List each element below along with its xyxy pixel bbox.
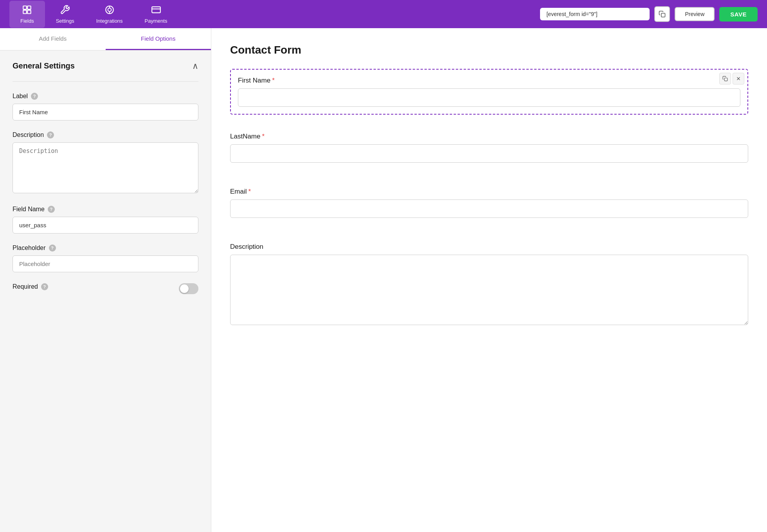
tab-add-fields[interactable]: Add Fields — [0, 28, 106, 50]
field-group-label: Label ? — [13, 93, 198, 120]
first-name-required-star: * — [272, 77, 275, 84]
nav-item-payments[interactable]: Payments — [134, 1, 178, 28]
required-toggle[interactable] — [179, 283, 198, 294]
required-help-icon[interactable]: ? — [41, 283, 48, 290]
svg-rect-0 — [23, 6, 27, 9]
settings-icon — [60, 5, 70, 16]
description-help-icon[interactable]: ? — [47, 131, 54, 138]
form-field-first-name[interactable]: First Name * — [230, 69, 748, 115]
last-name-required-star: * — [262, 133, 265, 140]
integrations-icon — [104, 5, 115, 16]
field-group-description: Description ? — [13, 131, 198, 195]
field-name-help-icon[interactable]: ? — [48, 206, 55, 213]
svg-rect-10 — [661, 13, 665, 17]
label-input[interactable] — [13, 104, 198, 120]
section-title: General Settings — [13, 61, 75, 70]
placeholder-label: Placeholder ? — [13, 244, 198, 252]
description-form-label: Description — [230, 243, 748, 251]
last-name-label: LastName * — [230, 133, 748, 140]
section-divider — [13, 81, 198, 82]
field-delete-button[interactable] — [733, 73, 744, 84]
field-actions — [719, 73, 744, 84]
svg-rect-1 — [27, 6, 31, 9]
nav-label-payments: Payments — [145, 18, 167, 24]
email-label: Email * — [230, 188, 748, 196]
nav-item-settings[interactable]: Settings — [45, 1, 85, 28]
description-textarea[interactable] — [13, 142, 198, 193]
top-nav: Fields Settings Integrations — [0, 0, 767, 28]
nav-label-settings: Settings — [56, 18, 74, 24]
field-name-input[interactable] — [13, 217, 198, 234]
nav-right: Preview SAVE — [540, 6, 758, 22]
left-sidebar: Add Fields Field Options General Setting… — [0, 28, 211, 532]
form-field-email[interactable]: Email * — [230, 181, 748, 225]
label-help-icon[interactable]: ? — [31, 93, 38, 100]
nav-label-integrations: Integrations — [96, 18, 123, 24]
first-name-input[interactable] — [238, 88, 740, 107]
svg-rect-11 — [724, 78, 727, 81]
section-header: General Settings ∧ — [13, 61, 198, 70]
nav-item-fields[interactable]: Fields — [9, 1, 45, 28]
fields-icon — [22, 5, 32, 16]
field-copy-button[interactable] — [719, 73, 731, 84]
field-group-placeholder: Placeholder ? — [13, 244, 198, 272]
copy-button[interactable] — [654, 6, 670, 22]
required-label: Required ? — [13, 283, 48, 290]
placeholder-input[interactable] — [13, 255, 198, 272]
svg-rect-3 — [27, 10, 31, 14]
main-layout: Add Fields Field Options General Setting… — [0, 28, 767, 532]
form-field-description[interactable]: Description — [230, 236, 748, 334]
nav-item-integrations[interactable]: Integrations — [85, 1, 134, 28]
first-name-label: First Name * — [238, 77, 740, 84]
placeholder-help-icon[interactable]: ? — [49, 244, 56, 252]
field-name-label: Field Name ? — [13, 206, 198, 213]
form-title: Contact Form — [230, 44, 748, 56]
email-required-star: * — [248, 188, 251, 196]
svg-point-4 — [108, 8, 111, 11]
nav-items: Fields Settings Integrations — [9, 1, 537, 28]
required-row: Required ? — [13, 283, 198, 294]
sidebar-tabs: Add Fields Field Options — [0, 28, 211, 50]
label-label: Label ? — [13, 93, 198, 100]
right-content: Contact Form First Name — [211, 28, 767, 532]
svg-rect-8 — [152, 7, 160, 13]
description-form-textarea[interactable] — [230, 255, 748, 325]
svg-rect-2 — [23, 10, 27, 14]
save-button[interactable]: SAVE — [719, 7, 758, 22]
payments-icon — [151, 5, 161, 16]
nav-label-fields: Fields — [20, 18, 34, 24]
field-group-field-name: Field Name ? — [13, 206, 198, 234]
description-label: Description ? — [13, 131, 198, 138]
last-name-input[interactable] — [230, 144, 748, 163]
shortcode-input[interactable] — [540, 8, 650, 20]
section-toggle[interactable]: ∧ — [192, 62, 198, 70]
tab-field-options[interactable]: Field Options — [106, 28, 211, 50]
sidebar-content: General Settings ∧ Label ? Description ? — [0, 50, 211, 305]
form-field-last-name[interactable]: LastName * — [230, 126, 748, 170]
preview-button[interactable]: Preview — [675, 7, 715, 21]
email-input[interactable] — [230, 200, 748, 218]
